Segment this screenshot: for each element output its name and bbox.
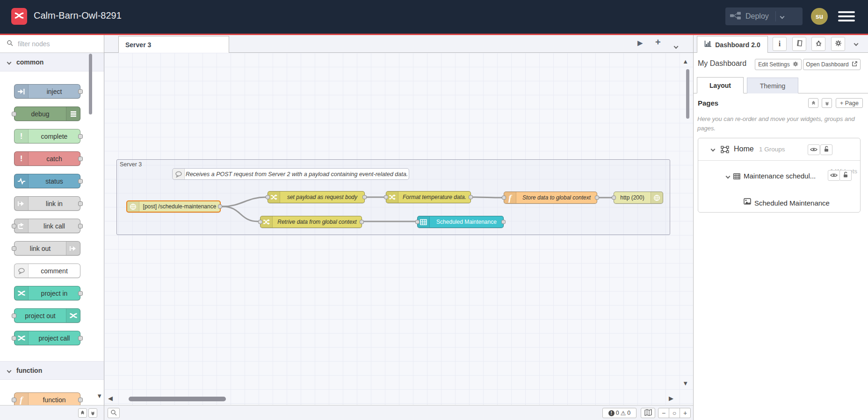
flow-canvas[interactable]: Server 3 Receives a POST request from Se… <box>104 53 693 405</box>
move-down-button[interactable] <box>822 98 832 108</box>
scroll-left-icon[interactable]: ◀ <box>108 395 113 401</box>
open-tab-list-icon[interactable]: ▶ <box>637 39 643 47</box>
tab-theming[interactable]: Theming <box>747 78 798 93</box>
palette-node-catch[interactable]: !catch <box>14 151 80 166</box>
flow-tab-server3[interactable]: Server 3 <box>118 36 229 53</box>
add-flow-button[interactable]: + <box>655 37 661 48</box>
palette-search[interactable] <box>0 35 104 53</box>
output-port[interactable] <box>78 134 83 139</box>
notification-counts[interactable]: ! 0 ⚠ 0 <box>602 408 637 418</box>
palette-node-function[interactable]: ffunction <box>14 392 80 405</box>
flow-node-comment[interactable]: Receives a POST request from Server 2 wi… <box>172 168 409 180</box>
input-port[interactable] <box>12 224 16 228</box>
output-port[interactable] <box>78 201 83 206</box>
output-port[interactable] <box>78 179 83 184</box>
flow-node-http-response[interactable]: http (200) <box>614 192 663 204</box>
input-port[interactable] <box>12 336 16 341</box>
flow-node-set-payload[interactable]: set payload as request body <box>268 191 365 203</box>
output-port[interactable] <box>360 220 364 224</box>
deploy-button[interactable]: Deploy <box>725 7 803 25</box>
input-port[interactable] <box>384 195 388 199</box>
palette-scrollbar-thumb[interactable] <box>89 54 92 114</box>
node-red-logo-icon[interactable] <box>11 8 27 25</box>
palette-node-project-in[interactable]: project in <box>14 286 80 300</box>
add-page-button[interactable]: + Page <box>836 98 863 108</box>
palette-node-debug[interactable]: debug <box>14 107 80 121</box>
palette-scroll-down-icon[interactable]: ▼ <box>96 392 102 399</box>
palette-node-comment[interactable]: comment <box>14 263 80 278</box>
palette-node-status[interactable]: status <box>14 174 80 188</box>
chevron-down-icon[interactable] <box>854 42 859 46</box>
output-port[interactable] <box>78 398 83 402</box>
lock-button[interactable] <box>820 144 832 155</box>
scroll-right-icon[interactable]: ▶ <box>669 395 673 401</box>
collapse-all-button[interactable] <box>78 408 87 418</box>
chevron-down-icon[interactable] <box>711 147 716 152</box>
scroll-down-icon[interactable]: ▼ <box>682 380 688 386</box>
toggle-visibility-button[interactable] <box>828 170 840 181</box>
move-up-button[interactable] <box>808 98 818 108</box>
output-port[interactable] <box>78 224 83 228</box>
chevron-down-icon[interactable] <box>674 42 678 50</box>
input-port[interactable] <box>258 220 262 224</box>
palette-node-project-call[interactable]: project call <box>14 331 80 345</box>
lock-button[interactable] <box>839 170 852 181</box>
output-port[interactable] <box>469 195 473 199</box>
input-port[interactable] <box>12 313 16 318</box>
zoom-out-button[interactable]: − <box>658 408 669 418</box>
output-port[interactable] <box>78 157 83 161</box>
input-port[interactable] <box>502 196 506 200</box>
output-port[interactable] <box>78 89 83 94</box>
edit-settings-button[interactable]: Edit Settings <box>755 59 802 70</box>
chevron-down-icon[interactable] <box>726 174 731 179</box>
output-port[interactable] <box>362 195 367 199</box>
open-dashboard-button[interactable]: Open Dashboard <box>803 59 861 70</box>
zoom-in-button[interactable]: + <box>680 408 691 418</box>
debug-tab-button[interactable] <box>811 37 825 51</box>
menu-button[interactable] <box>838 11 855 23</box>
filter-nodes-input[interactable] <box>17 40 87 48</box>
output-port[interactable] <box>218 205 222 209</box>
tab-dashboard-2[interactable]: Dashboard 2.0 <box>697 36 768 53</box>
flow-node-format-temperature[interactable]: Format temperature data. <box>386 191 471 203</box>
expand-all-button[interactable] <box>88 408 97 418</box>
palette-node-complete[interactable]: !complete <box>14 129 80 143</box>
palette-node-link-call[interactable]: link call <box>14 219 80 233</box>
palette-category-common[interactable]: common <box>0 53 104 71</box>
scroll-up-icon[interactable]: ▲ <box>682 58 688 64</box>
config-tab-button[interactable] <box>831 37 845 51</box>
search-icon <box>7 40 13 48</box>
input-port[interactable] <box>12 246 16 251</box>
palette-scroll: commoninjectdebug!complete!catchstatusli… <box>0 53 104 405</box>
tab-layout[interactable]: Layout <box>697 77 744 93</box>
output-port[interactable] <box>78 336 83 341</box>
toggle-visibility-button[interactable] <box>808 144 820 155</box>
output-port[interactable] <box>78 291 83 296</box>
input-port[interactable] <box>415 220 420 224</box>
palette-node-project-out[interactable]: project out <box>14 308 80 323</box>
output-port[interactable] <box>595 196 599 200</box>
flow-node-http-in[interactable]: [post] /schedule-maintenance <box>126 200 221 213</box>
palette-node-inject[interactable]: inject <box>14 84 80 99</box>
help-tab-button[interactable] <box>792 37 806 51</box>
input-port[interactable] <box>12 398 16 402</box>
flow-node-retrieve-data[interactable]: Retrive data from global context <box>260 216 362 228</box>
input-port[interactable] <box>612 196 616 200</box>
input-port[interactable] <box>266 195 270 199</box>
tree-row-home[interactable]: Home 1 Groups <box>698 138 860 161</box>
flow-node-store-data[interactable]: f Store data to global context <box>504 192 597 204</box>
info-tab-button[interactable]: i <box>773 37 787 51</box>
output-port[interactable] <box>501 220 506 224</box>
zoom-reset-button[interactable]: ○ <box>669 408 680 418</box>
chevron-down-icon[interactable] <box>780 14 784 19</box>
canvas-horizontal-scrollbar-thumb[interactable] <box>129 397 226 401</box>
user-avatar[interactable]: su <box>811 8 828 25</box>
search-flows-button[interactable] <box>108 408 120 418</box>
flow-node-scheduled-maintenance-table[interactable]: Scheduled Maintenance <box>417 216 504 228</box>
input-port[interactable] <box>12 112 16 116</box>
palette-node-link-in[interactable]: link in <box>14 196 80 211</box>
navigator-map-button[interactable] <box>641 408 655 418</box>
canvas-vertical-scrollbar-thumb[interactable] <box>686 69 689 119</box>
palette-node-link-out[interactable]: link out <box>14 241 80 256</box>
palette-category-function[interactable]: function <box>0 361 104 380</box>
